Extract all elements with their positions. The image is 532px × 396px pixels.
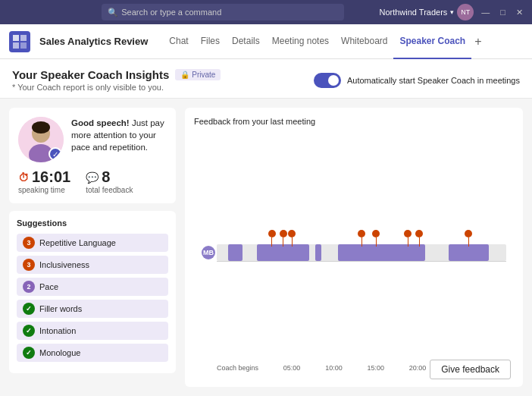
marker-dot bbox=[280, 230, 287, 237]
feedback-marker-7 bbox=[465, 230, 472, 247]
auto-start-toggle[interactable]: Automatically start Speaker Coach in mee… bbox=[314, 73, 520, 88]
minimize-button[interactable]: — bbox=[478, 6, 493, 18]
suggestion-item-intonation[interactable]: ✓ Intonation bbox=[17, 322, 168, 340]
chart-inner: MB bbox=[194, 134, 514, 372]
main-content: ✓ Good speech! Just pay more attention t… bbox=[0, 99, 532, 396]
chevron-down-icon: ▾ bbox=[450, 8, 454, 16]
svg-rect-1 bbox=[20, 35, 27, 41]
coach-message: Good speech! Just pay more attention to … bbox=[71, 117, 167, 153]
feedback-marker-0 bbox=[268, 230, 276, 247]
marker-line bbox=[468, 237, 469, 247]
marker-dot bbox=[268, 230, 276, 237]
suggestion-badge-intonation: ✓ bbox=[23, 325, 35, 337]
speaking-time-value: ⏱ 16:01 bbox=[18, 168, 70, 186]
mb-label: MB bbox=[202, 246, 215, 259]
app-logo bbox=[9, 31, 30, 52]
marker-line bbox=[292, 237, 293, 247]
suggestion-label-intonation: Intonation bbox=[39, 326, 76, 335]
titlebar: 🔍 Search or type a command Northwind Tra… bbox=[0, 0, 532, 24]
app-header: Sales Analytics Review Chat Files Detail… bbox=[0, 24, 532, 59]
suggestion-badge-filler: ✓ bbox=[23, 303, 35, 315]
suggestion-item-pace[interactable]: 2 Pace bbox=[17, 278, 168, 296]
x-label-3: 15:00 bbox=[367, 364, 384, 372]
feedback-count-stat: 💬 8 total feedback bbox=[86, 168, 133, 194]
coach-card-top: ✓ Good speech! Just pay more attention t… bbox=[18, 117, 167, 162]
give-feedback-button[interactable]: Give feedback bbox=[430, 360, 511, 379]
marker-line bbox=[361, 237, 362, 247]
suggestions-title: Suggestions bbox=[17, 218, 168, 228]
user-name: Northwind Traders bbox=[379, 8, 447, 17]
tab-meeting-notes[interactable]: Meeting notes bbox=[266, 24, 335, 59]
svg-point-7 bbox=[32, 121, 50, 134]
chart-title: Feedback from your last meeting bbox=[194, 117, 514, 126]
search-placeholder: Search or type a command bbox=[121, 8, 221, 17]
timeline-segment-1 bbox=[257, 244, 309, 261]
timeline-track bbox=[217, 244, 506, 261]
marker-dot bbox=[465, 230, 472, 237]
marker-dot bbox=[358, 230, 365, 237]
feedback-count-value: 💬 8 bbox=[86, 168, 110, 186]
suggestion-item-filler[interactable]: ✓ Filler words bbox=[17, 300, 168, 318]
timeline-segment-2 bbox=[315, 244, 321, 261]
speaking-time-label: speaking time bbox=[18, 186, 65, 194]
search-bar[interactable]: 🔍 Search or type a command bbox=[102, 4, 344, 20]
feedback-marker-4 bbox=[372, 230, 380, 247]
maximize-button[interactable]: □ bbox=[497, 6, 509, 18]
marker-line bbox=[271, 237, 272, 247]
insights-title: Your Speaker Coach Insights bbox=[12, 68, 169, 81]
suggestion-label-repetitive: Repetitive Language bbox=[39, 238, 116, 247]
tab-files[interactable]: Files bbox=[195, 24, 226, 59]
suggestion-item-inclusiveness[interactable]: 3 Inclusiveness bbox=[17, 256, 168, 274]
suggestion-label-inclusiveness: Inclusiveness bbox=[39, 260, 89, 269]
lock-icon: 🔒 bbox=[180, 71, 189, 79]
marker-dot bbox=[404, 230, 412, 237]
add-tab-button[interactable]: + bbox=[471, 35, 484, 49]
clock-icon: ⏱ bbox=[18, 171, 29, 184]
tab-chat[interactable]: Chat bbox=[163, 24, 194, 59]
coach-card: ✓ Good speech! Just pay more attention t… bbox=[9, 108, 176, 203]
left-panel: ✓ Good speech! Just pay more attention t… bbox=[9, 108, 176, 387]
suggestion-item-repetitive[interactable]: 3 Repetitive Language bbox=[17, 234, 168, 252]
toggle-switch[interactable] bbox=[314, 73, 341, 88]
feedback-btn-container: Give feedback bbox=[430, 360, 511, 379]
suggestions-section: Suggestions 3 Repetitive Language 3 Incl… bbox=[9, 211, 176, 373]
suggestion-badge-pace: 2 bbox=[23, 281, 35, 293]
suggestion-badge-repetitive: 3 bbox=[23, 237, 35, 249]
auto-start-label: Automatically start Speaker Coach in mee… bbox=[347, 76, 520, 85]
insights-subtitle: * Your Coach report is only visible to y… bbox=[12, 83, 221, 92]
marker-dot bbox=[372, 230, 380, 237]
suggestion-badge-monologue: ✓ bbox=[23, 347, 35, 359]
svg-rect-0 bbox=[13, 35, 19, 41]
feedback-marker-6 bbox=[415, 230, 423, 247]
insights-title-row: Your Speaker Coach Insights 🔒 Private bbox=[12, 68, 221, 81]
marker-line bbox=[376, 237, 377, 247]
x-label-0: Coach begins bbox=[217, 364, 258, 372]
timeline-segment-0 bbox=[228, 244, 243, 261]
message-icon: 💬 bbox=[86, 171, 99, 184]
coach-stats: ⏱ 16:01 speaking time 💬 8 total feedback bbox=[18, 168, 167, 194]
feedback-count-label: total feedback bbox=[86, 186, 133, 194]
tab-whiteboard[interactable]: Whiteboard bbox=[335, 24, 393, 59]
marker-line bbox=[408, 237, 408, 247]
private-label: Private bbox=[192, 71, 215, 79]
suggestion-item-monologue[interactable]: ✓ Monologue bbox=[17, 344, 168, 362]
timeline-segment-4 bbox=[449, 244, 489, 261]
chart-divider bbox=[217, 261, 506, 262]
tab-speaker-coach[interactable]: Speaker Coach bbox=[393, 24, 471, 59]
close-button[interactable]: ✕ bbox=[513, 6, 526, 19]
feedback-marker-3 bbox=[358, 230, 365, 247]
app-title: Sales Analytics Review bbox=[39, 36, 148, 47]
marker-dot bbox=[415, 230, 423, 237]
tab-details[interactable]: Details bbox=[226, 24, 266, 59]
timeline-segment-3 bbox=[338, 244, 425, 261]
search-icon: 🔍 bbox=[108, 8, 118, 17]
nav-tabs: Chat Files Details Meeting notes Whitebo… bbox=[163, 24, 484, 59]
insights-header: Your Speaker Coach Insights 🔒 Private * … bbox=[0, 59, 532, 99]
suggestion-label-pace: Pace bbox=[39, 282, 58, 291]
x-label-1: 05:00 bbox=[283, 364, 301, 372]
avatar: NT bbox=[457, 4, 474, 20]
user-menu[interactable]: Northwind Traders ▾ NT bbox=[379, 4, 474, 20]
feedback-marker-2 bbox=[288, 230, 296, 247]
check-icon: ✓ bbox=[49, 147, 62, 161]
speaking-time-stat: ⏱ 16:01 speaking time bbox=[18, 168, 70, 194]
